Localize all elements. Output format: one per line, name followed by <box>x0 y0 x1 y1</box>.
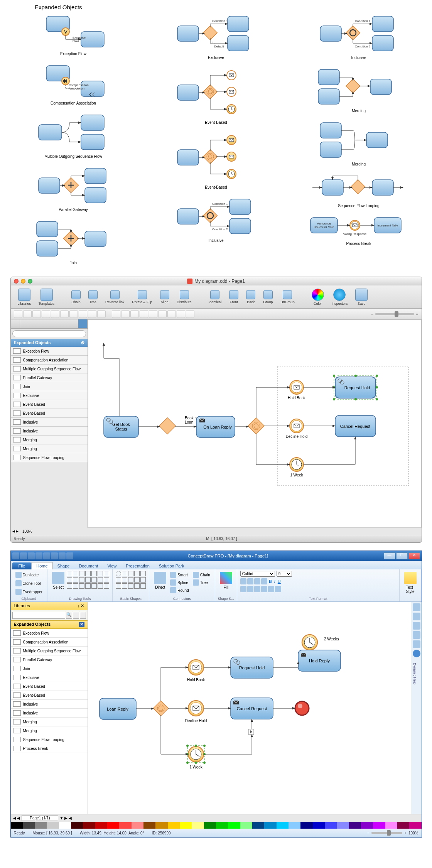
toolbar-libraries[interactable]: Libraries <box>15 287 34 307</box>
toolbar-chain[interactable]: Chain <box>68 289 84 306</box>
color-swatch[interactable] <box>168 822 180 829</box>
color-swatch[interactable] <box>204 822 216 829</box>
sidebar-item[interactable]: Merging <box>11 726 88 735</box>
minimize-button[interactable]: — <box>384 552 395 559</box>
fontsize-select[interactable]: 9 <box>277 571 292 577</box>
direct-connector[interactable]: Direct <box>152 571 168 590</box>
sidebar-item[interactable]: Merging <box>11 444 88 453</box>
toolbar-save[interactable]: Save <box>352 287 371 307</box>
color-swatch[interactable] <box>71 822 83 829</box>
qat-button[interactable] <box>12 552 19 559</box>
toolbar-align[interactable]: Align <box>157 289 172 306</box>
section-header[interactable]: Expanded Objects✕ <box>11 620 88 629</box>
color-swatch[interactable] <box>337 822 349 829</box>
color-swatch[interactable] <box>95 822 107 829</box>
fill-button[interactable]: Fill <box>218 571 234 590</box>
color-swatch[interactable] <box>216 822 228 829</box>
maximize-button[interactable]: ☐ <box>396 552 408 559</box>
eyedropper-button[interactable]: Eyedropper <box>14 588 44 596</box>
color-swatch[interactable] <box>349 822 361 829</box>
maximize-button[interactable] <box>28 279 32 284</box>
tool-icon[interactable] <box>413 603 420 611</box>
sidebar-item[interactable]: Multiple Outgoing Sequence Flow <box>11 365 88 373</box>
color-swatch[interactable] <box>11 822 23 829</box>
tab-presentation[interactable]: Presentation <box>121 562 154 569</box>
font-select[interactable]: Calibri <box>240 571 275 577</box>
toolbar-inspectors[interactable]: Inspectors <box>329 287 351 307</box>
color-swatch[interactable] <box>180 822 192 829</box>
mac-titlebar[interactable]: My diagram.cdd - Page1 <box>11 277 422 285</box>
color-swatch[interactable] <box>361 822 373 829</box>
color-swatch[interactable] <box>132 822 143 829</box>
zoom-control[interactable]: −+ 100% <box>367 831 418 835</box>
toolbar-front[interactable]: Front <box>226 289 241 306</box>
color-swatch[interactable] <box>373 822 385 829</box>
toolbar-reverse-link[interactable]: Reverse link <box>102 289 128 306</box>
color-swatch[interactable] <box>300 822 312 829</box>
sidebar-item[interactable]: Compensation Association <box>11 638 88 647</box>
toolbar-identical[interactable]: Identical <box>206 289 225 306</box>
sidebar-item[interactable]: Parallel Gateway <box>11 655 88 664</box>
tab-home[interactable]: Home <box>31 562 52 569</box>
tab-shape[interactable]: Shape <box>53 562 74 569</box>
sidebar-item[interactable]: Sequence Flow Looping <box>11 735 88 744</box>
help-icon[interactable] <box>413 650 420 657</box>
tab-file[interactable]: File <box>12 562 32 569</box>
toolbar-rotate-flip[interactable]: Rotate & Flip <box>129 289 155 306</box>
color-bar[interactable] <box>11 822 422 829</box>
color-swatch[interactable] <box>277 822 289 829</box>
sidebar-item[interactable]: Event-Based <box>11 682 88 691</box>
toolbar-back[interactable]: Back <box>243 289 258 306</box>
sidebar-item[interactable]: Process Break <box>11 744 88 753</box>
search-input[interactable] <box>12 330 86 337</box>
select-tool[interactable]: Select <box>51 571 66 590</box>
win-titlebar[interactable]: ConceptDraw PRO - [My diagram - Page1] —… <box>11 551 422 561</box>
color-swatch[interactable] <box>47 822 59 829</box>
color-swatch[interactable] <box>107 822 119 829</box>
color-swatch[interactable] <box>119 822 131 829</box>
color-swatch[interactable] <box>289 822 300 829</box>
toolbar-ungroup[interactable]: UnGroup <box>277 289 298 306</box>
sidebar-item[interactable]: Join <box>11 664 88 673</box>
dynamic-help-label[interactable]: Dynamic Help <box>413 663 421 684</box>
text-style[interactable]: TextStyle <box>403 571 418 594</box>
sidebar-item[interactable]: Exception Flow <box>11 347 88 356</box>
color-swatch[interactable] <box>155 822 167 829</box>
color-swatch[interactable] <box>83 822 95 829</box>
color-swatch[interactable] <box>59 822 71 829</box>
tab-document[interactable]: Document <box>74 562 103 569</box>
color-swatch[interactable] <box>23 822 35 829</box>
toolbar-distribute[interactable]: Distribute <box>174 289 195 306</box>
close-icon[interactable]: ⊗ <box>81 340 84 345</box>
minimize-button[interactable] <box>21 279 25 284</box>
sidebar-item[interactable]: Event-Based <box>11 409 88 418</box>
color-swatch[interactable] <box>313 822 325 829</box>
sidebar-item[interactable]: Event-Based <box>11 400 88 409</box>
color-swatch[interactable] <box>397 822 409 829</box>
page-tabs[interactable]: ◀ ◀Page1 (1/1)▼ ▶ ◀ <box>11 814 422 822</box>
toolbar-group[interactable]: Group <box>260 289 276 306</box>
color-swatch[interactable] <box>252 822 264 829</box>
sidebar-item[interactable]: Inclusive <box>11 709 88 718</box>
close-button[interactable] <box>14 279 19 284</box>
search-button[interactable]: 🔍 <box>66 612 72 619</box>
sidebar-item[interactable]: Compensation Association <box>11 356 88 365</box>
sidebar-item[interactable]: Inclusive <box>11 418 88 427</box>
sidebar-item[interactable]: Exclusive <box>11 391 88 400</box>
color-swatch[interactable] <box>228 822 240 829</box>
canvas[interactable]: Get BookStatus Book isLoan On Loan Reply… <box>88 319 422 528</box>
color-swatch[interactable] <box>35 822 47 829</box>
sidebar-item[interactable]: Inclusive <box>11 427 88 436</box>
toolbar-templates[interactable]: Templates <box>35 287 57 307</box>
tab-solution-park[interactable]: Solution Park <box>154 562 189 569</box>
close-icon[interactable]: ✕ <box>79 622 84 627</box>
color-swatch[interactable] <box>240 822 252 829</box>
color-swatch[interactable] <box>385 822 397 829</box>
search-input[interactable] <box>12 612 65 619</box>
sidebar-item[interactable]: Exclusive <box>11 673 88 682</box>
drawing-tools-grid[interactable] <box>67 571 109 589</box>
close-button[interactable]: ✕ <box>408 552 420 559</box>
canvas[interactable]: Loan Reply Hold Book Decline Hold 1 Week… <box>88 602 412 814</box>
color-swatch[interactable] <box>264 822 276 829</box>
toolbar-tree[interactable]: Tree <box>85 289 101 306</box>
